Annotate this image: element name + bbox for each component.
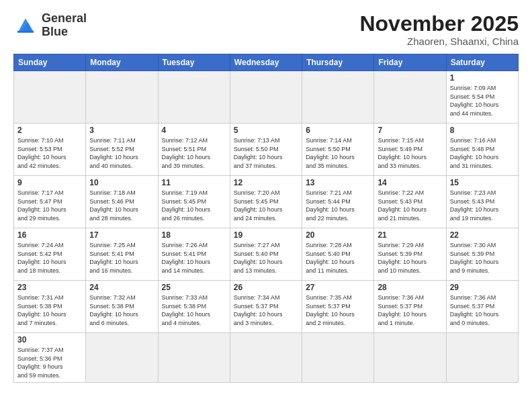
day-number: 22 (450, 230, 515, 240)
weekday-header: Wednesday (230, 54, 302, 71)
day-info: Sunrise: 7:17 AM Sunset: 5:47 PM Dayligh… (17, 189, 82, 222)
calendar-week-row: 23Sunrise: 7:31 AM Sunset: 5:38 PM Dayli… (14, 281, 519, 333)
day-info: Sunrise: 7:36 AM Sunset: 5:37 PM Dayligh… (378, 293, 442, 327)
calendar-cell (374, 333, 446, 382)
calendar-cell: 29Sunrise: 7:36 AM Sunset: 5:37 PM Dayli… (446, 281, 518, 333)
day-info: Sunrise: 7:25 AM Sunset: 5:41 PM Dayligh… (89, 241, 154, 275)
weekday-header: Friday (374, 54, 446, 71)
calendar-cell (230, 333, 302, 382)
day-number: 23 (17, 283, 82, 292)
calendar-week-row: 2Sunrise: 7:10 AM Sunset: 5:53 PM Daylig… (14, 124, 519, 176)
calendar-cell: 16Sunrise: 7:24 AM Sunset: 5:42 PM Dayli… (14, 228, 86, 281)
calendar-cell: 22Sunrise: 7:30 AM Sunset: 5:39 PM Dayli… (446, 228, 518, 281)
day-number: 9 (17, 178, 82, 187)
calendar-cell: 3Sunrise: 7:11 AM Sunset: 5:52 PM Daylig… (86, 124, 158, 176)
calendar-cell: 11Sunrise: 7:19 AM Sunset: 5:45 PM Dayli… (158, 176, 230, 228)
calendar-cell (158, 71, 230, 124)
day-info: Sunrise: 7:11 AM Sunset: 5:52 PM Dayligh… (89, 136, 154, 170)
day-info: Sunrise: 7:37 AM Sunset: 5:36 PM Dayligh… (17, 346, 82, 379)
calendar-week-row: 16Sunrise: 7:24 AM Sunset: 5:42 PM Dayli… (14, 228, 519, 281)
day-number: 5 (234, 126, 298, 135)
day-info: Sunrise: 7:23 AM Sunset: 5:43 PM Dayligh… (450, 189, 515, 222)
calendar-cell (446, 333, 518, 382)
day-number: 3 (89, 126, 154, 135)
calendar-cell: 18Sunrise: 7:26 AM Sunset: 5:41 PM Dayli… (158, 228, 230, 281)
day-info: Sunrise: 7:21 AM Sunset: 5:44 PM Dayligh… (306, 189, 370, 222)
page: General Blue November 2025 Zhaoren, Shaa… (0, 0, 532, 411)
day-info: Sunrise: 7:19 AM Sunset: 5:45 PM Dayligh… (162, 189, 226, 222)
calendar-week-row: 9Sunrise: 7:17 AM Sunset: 5:47 PM Daylig… (14, 176, 519, 228)
day-number: 6 (306, 126, 370, 135)
calendar-cell (86, 71, 158, 124)
calendar-cell: 13Sunrise: 7:21 AM Sunset: 5:44 PM Dayli… (302, 176, 374, 228)
calendar-cell: 15Sunrise: 7:23 AM Sunset: 5:43 PM Dayli… (446, 176, 518, 228)
day-number: 29 (450, 283, 515, 292)
day-info: Sunrise: 7:24 AM Sunset: 5:42 PM Dayligh… (17, 241, 82, 275)
calendar-cell (14, 71, 86, 124)
calendar-cell: 30Sunrise: 7:37 AM Sunset: 5:36 PM Dayli… (14, 333, 86, 382)
weekday-header: Tuesday (158, 54, 230, 71)
calendar-cell (302, 71, 374, 124)
month-title: November 2025 (359, 12, 519, 36)
calendar-cell: 9Sunrise: 7:17 AM Sunset: 5:47 PM Daylig… (14, 176, 86, 228)
day-number: 15 (450, 178, 515, 187)
calendar-cell: 1Sunrise: 7:09 AM Sunset: 5:54 PM Daylig… (446, 71, 518, 124)
calendar-cell: 7Sunrise: 7:15 AM Sunset: 5:49 PM Daylig… (374, 124, 446, 176)
calendar-cell (374, 71, 446, 124)
day-info: Sunrise: 7:15 AM Sunset: 5:49 PM Dayligh… (378, 136, 442, 170)
calendar-cell: 6Sunrise: 7:14 AM Sunset: 5:50 PM Daylig… (302, 124, 374, 176)
day-info: Sunrise: 7:27 AM Sunset: 5:40 PM Dayligh… (234, 241, 298, 275)
day-info: Sunrise: 7:31 AM Sunset: 5:38 PM Dayligh… (17, 293, 82, 327)
calendar: SundayMondayTuesdayWednesdayThursdayFrid… (13, 54, 519, 382)
weekday-header: Sunday (14, 54, 86, 71)
day-number: 27 (306, 283, 370, 292)
day-number: 13 (306, 178, 370, 187)
calendar-cell (230, 71, 302, 124)
logo-text: General Blue (42, 12, 87, 39)
day-info: Sunrise: 7:29 AM Sunset: 5:39 PM Dayligh… (378, 241, 442, 275)
day-info: Sunrise: 7:16 AM Sunset: 5:48 PM Dayligh… (450, 136, 515, 170)
day-info: Sunrise: 7:32 AM Sunset: 5:38 PM Dayligh… (89, 293, 154, 327)
weekday-header: Saturday (446, 54, 518, 71)
day-info: Sunrise: 7:09 AM Sunset: 5:54 PM Dayligh… (450, 84, 515, 118)
day-number: 17 (89, 230, 154, 240)
day-number: 30 (17, 335, 82, 345)
calendar-cell: 14Sunrise: 7:22 AM Sunset: 5:43 PM Dayli… (374, 176, 446, 228)
calendar-cell: 4Sunrise: 7:12 AM Sunset: 5:51 PM Daylig… (158, 124, 230, 176)
weekday-header: Monday (86, 54, 158, 71)
calendar-cell: 10Sunrise: 7:18 AM Sunset: 5:46 PM Dayli… (86, 176, 158, 228)
day-number: 12 (234, 178, 298, 187)
day-number: 26 (234, 283, 298, 292)
day-number: 24 (89, 283, 154, 292)
day-number: 18 (162, 230, 226, 240)
calendar-week-row: 30Sunrise: 7:37 AM Sunset: 5:36 PM Dayli… (14, 333, 519, 382)
day-info: Sunrise: 7:14 AM Sunset: 5:50 PM Dayligh… (306, 136, 370, 170)
day-number: 25 (162, 283, 226, 292)
day-info: Sunrise: 7:22 AM Sunset: 5:43 PM Dayligh… (378, 189, 442, 222)
day-number: 8 (450, 126, 515, 135)
day-number: 10 (89, 178, 154, 187)
day-info: Sunrise: 7:36 AM Sunset: 5:37 PM Dayligh… (450, 293, 515, 327)
day-number: 11 (162, 178, 226, 187)
day-info: Sunrise: 7:33 AM Sunset: 5:38 PM Dayligh… (162, 293, 226, 327)
logo-icon (13, 13, 38, 38)
day-number: 4 (162, 126, 226, 135)
day-info: Sunrise: 7:18 AM Sunset: 5:46 PM Dayligh… (89, 189, 154, 222)
calendar-week-row: 1Sunrise: 7:09 AM Sunset: 5:54 PM Daylig… (14, 71, 519, 124)
day-info: Sunrise: 7:28 AM Sunset: 5:40 PM Dayligh… (306, 241, 370, 275)
calendar-cell: 24Sunrise: 7:32 AM Sunset: 5:38 PM Dayli… (86, 281, 158, 333)
calendar-cell: 19Sunrise: 7:27 AM Sunset: 5:40 PM Dayli… (230, 228, 302, 281)
calendar-cell: 21Sunrise: 7:29 AM Sunset: 5:39 PM Dayli… (374, 228, 446, 281)
calendar-cell: 17Sunrise: 7:25 AM Sunset: 5:41 PM Dayli… (86, 228, 158, 281)
calendar-cell: 12Sunrise: 7:20 AM Sunset: 5:45 PM Dayli… (230, 176, 302, 228)
calendar-cell: 23Sunrise: 7:31 AM Sunset: 5:38 PM Dayli… (14, 281, 86, 333)
day-number: 16 (17, 230, 82, 240)
calendar-cell: 2Sunrise: 7:10 AM Sunset: 5:53 PM Daylig… (14, 124, 86, 176)
calendar-cell (158, 333, 230, 382)
calendar-cell: 20Sunrise: 7:28 AM Sunset: 5:40 PM Dayli… (302, 228, 374, 281)
day-info: Sunrise: 7:13 AM Sunset: 5:50 PM Dayligh… (234, 136, 298, 170)
calendar-header-row: SundayMondayTuesdayWednesdayThursdayFrid… (14, 54, 519, 71)
weekday-header: Thursday (302, 54, 374, 71)
day-info: Sunrise: 7:12 AM Sunset: 5:51 PM Dayligh… (162, 136, 226, 170)
day-number: 19 (234, 230, 298, 240)
